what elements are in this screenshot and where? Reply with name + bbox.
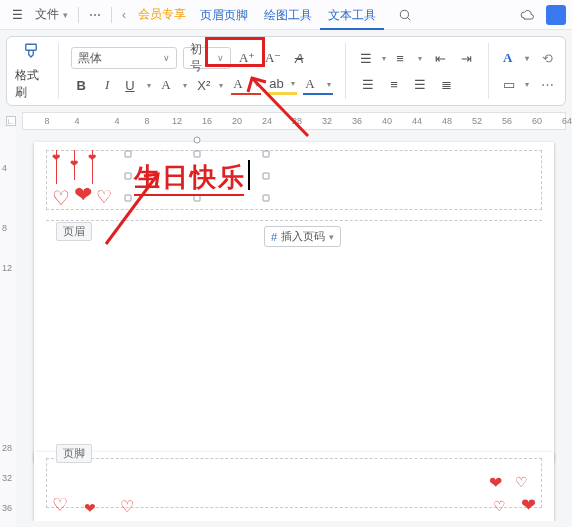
text-caret (248, 160, 250, 190)
heart-icon: ♡ (120, 497, 134, 516)
page-1[interactable]: 页眉 ♡ ❤ ♡ ❤ ❤ ❤ 生日快乐 # 插入页码 ▾ (34, 142, 554, 462)
hamburger-icon[interactable]: ☰ (6, 3, 29, 27)
ribbon: 格式刷 黑体∨ 初号∨ A⁺ A⁻ A B I U▾ A▾ X²▾ A▾ ab▾… (6, 36, 566, 106)
shading-button[interactable]: A▾ (303, 75, 333, 95)
font-name-combo[interactable]: 黑体∨ (71, 47, 177, 69)
svg-rect-2 (25, 44, 36, 50)
heart-icon: ♡ (96, 186, 112, 208)
separator (345, 43, 346, 99)
separator (58, 43, 59, 99)
highlight-button[interactable]: ab▾ (267, 75, 297, 95)
header-separator (46, 220, 542, 221)
birthday-text[interactable]: 生日快乐 (134, 160, 246, 195)
extra-button-2[interactable]: ⋯ (537, 74, 557, 94)
page-number-icon: # (271, 231, 277, 243)
extra-button-1[interactable]: ⟲ (537, 48, 557, 68)
heart-icon: ♡ (493, 498, 506, 514)
insert-page-number-button[interactable]: # 插入页码 ▾ (264, 226, 341, 247)
paragraph-shading-button[interactable]: ▭▾ (501, 74, 531, 94)
heart-icon: ♡ (52, 186, 70, 210)
heart-icon: ❤ (489, 473, 502, 492)
decrease-indent-button[interactable]: ⇤ (430, 48, 450, 68)
svg-line-1 (407, 17, 410, 20)
font-size-combo[interactable]: 初号∨ (183, 47, 231, 69)
heart-icon: ♡ (52, 494, 68, 516)
bullets-button[interactable]: ☰▾ (358, 48, 388, 68)
heart-icon: ♡ (515, 474, 528, 490)
more-menu[interactable]: ⋯ (83, 3, 107, 27)
grow-font-button[interactable]: A⁺ (237, 48, 257, 68)
footer-tag: 页脚 (56, 444, 92, 463)
heart-icon: ❤ (84, 500, 96, 516)
font-color-button[interactable]: A▾ (231, 75, 261, 95)
separator (488, 43, 489, 99)
separator (78, 7, 79, 23)
align-justify-button[interactable]: ≣ (436, 74, 456, 94)
align-center-button[interactable]: ≡ (384, 74, 404, 94)
app-action-button[interactable] (546, 5, 566, 25)
vertical-ruler[interactable]: 4 8 12 28 32 36 (0, 128, 16, 527)
heart-icon: ❤ (521, 494, 536, 516)
tab-header-footer[interactable]: 页眉页脚 (192, 0, 256, 30)
tab-text-tools[interactable]: 文本工具 (320, 0, 384, 30)
italic-button[interactable]: I (97, 75, 117, 95)
align-right-button[interactable]: ☰ (410, 74, 430, 94)
svg-point-0 (400, 10, 408, 18)
superscript-button[interactable]: X²▾ (195, 75, 225, 95)
header-tag: 页眉 (56, 222, 92, 241)
page-1-footer-region[interactable]: 页脚 ♡ ❤ ♡ ❤ ♡ ❤ ♡ (34, 452, 554, 521)
file-menu[interactable]: 文件▾ (29, 3, 74, 27)
numbering-button[interactable]: ≡▾ (394, 48, 424, 68)
shrink-font-button[interactable]: A⁻ (263, 48, 283, 68)
search-icon[interactable] (392, 3, 418, 27)
tab-drawing-tools[interactable]: 绘图工具 (256, 0, 320, 30)
document-canvas[interactable]: 页眉 ♡ ❤ ♡ ❤ ❤ ❤ 生日快乐 # 插入页码 ▾ 页脚 ♡ ❤ ♡ (18, 128, 566, 521)
heart-icon: ❤ (74, 182, 92, 208)
increase-indent-button[interactable]: ⇥ (456, 48, 476, 68)
format-painter-button[interactable]: 格式刷 (11, 39, 50, 103)
align-left-button[interactable]: ☰ (358, 74, 378, 94)
format-painter-label: 格式刷 (15, 67, 46, 101)
back-button[interactable]: ‹ (116, 3, 132, 27)
bold-button[interactable]: B (71, 75, 91, 95)
underline-button[interactable]: U▾ (123, 75, 153, 95)
font-effects-button[interactable]: A▾ (159, 75, 189, 95)
cloud-sync-icon[interactable] (514, 3, 540, 27)
brush-icon (21, 42, 41, 65)
text-effects-button[interactable]: A▾ (501, 48, 531, 68)
header-region[interactable] (46, 150, 542, 210)
separator (111, 7, 112, 23)
menubar: ☰ 文件▾ ⋯ ‹ 会员专享 页眉页脚 绘图工具 文本工具 (0, 0, 572, 30)
vip-tab[interactable]: 会员专享 (132, 3, 192, 27)
clear-format-button[interactable]: A (289, 48, 309, 68)
ruler-corner: ∟ (6, 116, 16, 126)
